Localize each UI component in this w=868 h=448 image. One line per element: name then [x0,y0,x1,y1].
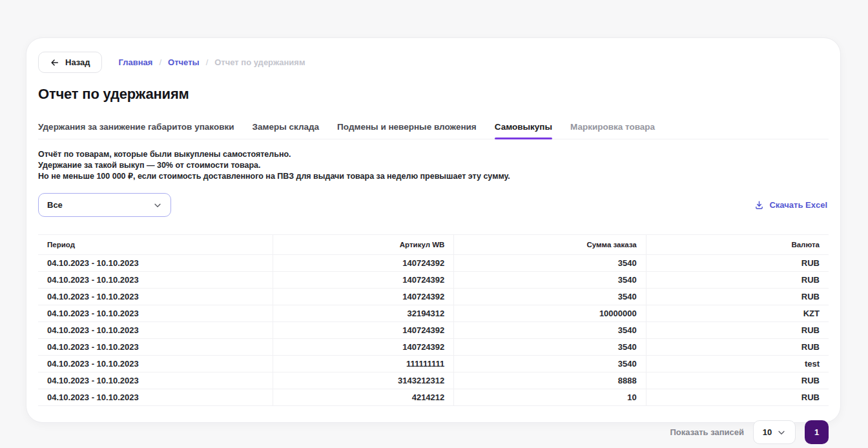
page-size-dropdown[interactable]: 10 [753,420,796,444]
page-title: Отчет по удержаниям [38,86,829,103]
cell-amount: 3540 [454,339,646,356]
table-row: 04.10.2023 - 10.10.2023 111111111 3540 t… [38,356,829,372]
cell-amount: 10000000 [454,305,646,322]
cell-amount: 10 [454,389,646,406]
chevron-down-icon [153,201,162,210]
cell-currency: RUB [646,255,829,272]
column-header-article: Артикул WB [273,235,454,255]
table-row: 04.10.2023 - 10.10.2023 3143212312 8888 … [38,372,829,389]
cell-currency: RUB [646,272,829,289]
cell-currency: test [646,356,829,372]
pagination-bar: Показать записей 10 1 [38,420,829,444]
back-button-label: Назад [65,57,90,67]
download-excel-link[interactable]: Скачать Excel [754,200,827,210]
cell-period: 04.10.2023 - 10.10.2023 [38,289,273,305]
cell-article: 140724392 [273,339,454,356]
back-button[interactable]: Назад [38,52,102,73]
report-description: Отчёт по товарам, которые были выкуплены… [38,149,829,182]
cell-currency: RUB [646,389,829,406]
breadcrumb-separator: / [206,57,209,67]
cell-amount: 3540 [454,289,646,305]
cell-article: 140724392 [273,322,454,339]
report-card: Назад Главная / Отчеты / Отчет по удержа… [26,37,841,423]
cell-period: 04.10.2023 - 10.10.2023 [38,255,273,272]
description-line: Отчёт по товарам, которые были выкуплены… [38,149,829,160]
cell-period: 04.10.2023 - 10.10.2023 [38,339,273,356]
column-header-amount: Сумма заказа [454,235,646,255]
table-row: 04.10.2023 - 10.10.2023 4214212 10 RUB [38,389,829,406]
tab-product-labeling[interactable]: Маркировка товара [570,122,655,139]
tab-self-buyouts[interactable]: Самовыкупы [495,122,552,139]
chevron-down-icon [777,428,786,437]
filter-dropdown[interactable]: Все [38,193,171,217]
page-size-label: Показать записей [670,427,745,437]
tab-warehouse-measurements[interactable]: Замеры склада [253,122,320,139]
breadcrumb-reports[interactable]: Отчеты [168,57,200,67]
cell-period: 04.10.2023 - 10.10.2023 [38,272,273,289]
column-header-currency: Валюта [646,235,829,255]
arrow-left-icon [50,58,59,67]
table-row: 04.10.2023 - 10.10.2023 140724392 3540 R… [38,272,829,289]
table-header-row: Период Артикул WB Сумма заказа Валюта [38,235,829,255]
controls-row: Все Скачать Excel [38,193,829,217]
cell-period: 04.10.2023 - 10.10.2023 [38,305,273,322]
filter-dropdown-value: Все [47,200,63,210]
cell-article: 32194312 [273,305,454,322]
cell-article: 140724392 [273,255,454,272]
download-icon [754,200,764,210]
header-row: Назад Главная / Отчеты / Отчет по удержа… [38,52,829,73]
cell-period: 04.10.2023 - 10.10.2023 [38,389,273,406]
cell-period: 04.10.2023 - 10.10.2023 [38,356,273,372]
page-size-value: 10 [763,427,772,437]
description-line: Но не меньше 100 000 ₽, если стоимость д… [38,171,829,182]
table-row: 04.10.2023 - 10.10.2023 140724392 3540 R… [38,339,829,356]
cell-article: 4214212 [273,389,454,406]
tab-substitutions[interactable]: Подмены и неверные вложения [337,122,477,139]
cell-article: 140724392 [273,272,454,289]
tab-bar: Удержания за занижение габаритов упаковк… [38,122,829,139]
cell-currency: RUB [646,372,829,389]
cell-period: 04.10.2023 - 10.10.2023 [38,372,273,389]
table-row: 04.10.2023 - 10.10.2023 32194312 1000000… [38,305,829,322]
cell-article: 3143212312 [273,372,454,389]
cell-article: 111111111 [273,356,454,372]
breadcrumb-home[interactable]: Главная [119,57,153,67]
table-row: 04.10.2023 - 10.10.2023 140724392 3540 R… [38,322,829,339]
description-line: Удержание за такой выкуп — 30% от стоимо… [38,160,829,171]
cell-currency: RUB [646,322,829,339]
cell-currency: RUB [646,339,829,356]
table-row: 04.10.2023 - 10.10.2023 140724392 3540 R… [38,255,829,272]
deductions-table: Период Артикул WB Сумма заказа Валюта 04… [38,234,829,406]
page-number-button[interactable]: 1 [805,420,829,444]
cell-article: 140724392 [273,289,454,305]
breadcrumb: Главная / Отчеты / Отчет по удержаниям [119,57,305,67]
breadcrumb-current: Отчет по удержаниям [214,57,305,67]
column-header-period: Период [38,235,273,255]
cell-currency: KZT [646,305,829,322]
table-row: 04.10.2023 - 10.10.2023 140724392 3540 R… [38,289,829,305]
cell-currency: RUB [646,289,829,305]
cell-amount: 8888 [454,372,646,389]
cell-amount: 3540 [454,356,646,372]
download-excel-label: Скачать Excel [769,200,827,210]
breadcrumb-separator: / [159,57,161,67]
cell-amount: 3540 [454,322,646,339]
tab-oversized-packaging[interactable]: Удержания за занижение габаритов упаковк… [38,122,234,139]
cell-period: 04.10.2023 - 10.10.2023 [38,322,273,339]
cell-amount: 3540 [454,272,646,289]
cell-amount: 3540 [454,255,646,272]
